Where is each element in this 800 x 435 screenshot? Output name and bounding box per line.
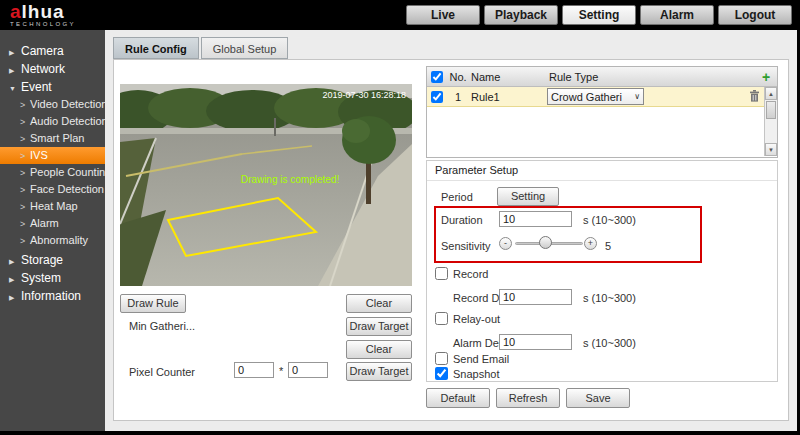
main-content: Rule Config Global Setup <box>105 30 797 431</box>
add-rule-icon[interactable]: + <box>755 69 777 85</box>
alarm-delay-input[interactable] <box>499 334 572 350</box>
rule-name: Rule1 <box>469 91 547 103</box>
topbar: alhua TECHNOLOGY Live Playback Setting A… <box>0 0 800 30</box>
rule-table: No. Name Rule Type + 1 Rule1 Crowd Gathe… <box>426 66 778 158</box>
group-divider <box>427 180 777 181</box>
video-timestamp: 2019-07-30 16:28:18 <box>322 90 406 100</box>
nav-setting[interactable]: Setting <box>562 5 636 25</box>
rule-config-panel: 2019-07-30 16:28:18 Drawing is completed… <box>113 59 789 421</box>
sub-arrow-icon: > <box>20 216 27 233</box>
sidebar-item-label: People Counting <box>30 166 111 178</box>
tab-rule-config[interactable]: Rule Config <box>113 37 199 59</box>
parameter-setup-group: Parameter Setup Period Setting Duration … <box>426 160 778 382</box>
brand-text: alhua <box>10 2 76 21</box>
column-name: Name <box>469 71 547 83</box>
scroll-down-icon[interactable]: ▼ <box>765 143 777 156</box>
column-rule-type: Rule Type <box>547 71 755 83</box>
sidebar-item-storage[interactable]: ▶Storage <box>0 251 105 269</box>
draw-target-button[interactable]: Draw Target <box>346 317 412 336</box>
sidebar-item-label: Face Detection <box>30 183 104 195</box>
snapshot-label: Snapshot <box>453 368 499 380</box>
alarm-delay-unit: s (10~300) <box>583 337 636 349</box>
refresh-button[interactable]: Refresh <box>496 388 560 408</box>
sub-arrow-icon: > <box>20 233 27 250</box>
duration-unit: s (10~300) <box>583 214 636 226</box>
sub-arrow-icon: > <box>20 148 27 165</box>
send-email-label: Send Email <box>453 353 509 365</box>
sidebar-item-video-detection[interactable]: >Video Detection <box>0 96 105 113</box>
video-preview[interactable]: 2019-07-30 16:28:18 Drawing is completed… <box>120 84 412 286</box>
save-button[interactable]: Save <box>566 388 630 408</box>
rule-type-value: Crowd Gatheri <box>551 91 622 103</box>
sidebar-item-people-counting[interactable]: >People Counting <box>0 164 105 181</box>
duration-label: Duration <box>441 214 483 226</box>
sidebar-item-label: System <box>21 271 61 285</box>
sub-arrow-icon: > <box>20 131 27 148</box>
scrollbar-thumb[interactable] <box>766 101 776 119</box>
clear-target-button[interactable]: Clear <box>346 340 412 359</box>
sidebar-item-label: IVS <box>30 149 48 161</box>
send-email-checkbox[interactable] <box>435 352 448 365</box>
delete-rule-button[interactable] <box>744 90 764 104</box>
clear-rule-button[interactable]: Clear <box>346 294 412 313</box>
duration-input[interactable] <box>499 211 572 227</box>
chevron-down-icon: ∨ <box>634 92 640 101</box>
draw-rule-button[interactable]: Draw Rule <box>120 294 186 313</box>
sidebar-item-smart-plan[interactable]: >Smart Plan <box>0 130 105 147</box>
record-label: Record <box>453 268 488 280</box>
sidebar-item-face-detection[interactable]: >Face Detection <box>0 181 105 198</box>
record-delay-unit: s (10~300) <box>583 292 636 304</box>
sidebar-item-network[interactable]: ▶Network <box>0 60 105 78</box>
scroll-up-icon[interactable]: ▲ <box>765 87 777 100</box>
pixel-counter-label: Pixel Counter <box>129 366 195 378</box>
snapshot-checkbox[interactable] <box>435 367 448 380</box>
record-checkbox[interactable] <box>435 267 448 280</box>
period-setting-button[interactable]: Setting <box>497 187 559 206</box>
relay-out-checkbox[interactable] <box>435 312 448 325</box>
rule-enable-checkbox[interactable] <box>431 91 443 103</box>
sidebar-item-label: Alarm <box>30 217 59 229</box>
table-scrollbar[interactable]: ▲ ▼ <box>764 87 777 156</box>
collapse-arrow-icon: ▼ <box>9 80 18 98</box>
nav-playback[interactable]: Playback <box>484 5 558 25</box>
nav-alarm[interactable]: Alarm <box>640 5 714 25</box>
nav-logout[interactable]: Logout <box>718 5 792 25</box>
default-button[interactable]: Default <box>426 388 490 408</box>
relay-out-label: Relay-out <box>453 313 500 325</box>
sidebar-item-camera[interactable]: ▶Camera <box>0 42 105 60</box>
pixel-width-input[interactable] <box>234 362 274 378</box>
period-label: Period <box>441 191 473 203</box>
group-title: Parameter Setup <box>435 164 518 176</box>
sidebar-item-abnormality[interactable]: >Abnormality <box>0 232 105 249</box>
pixel-height-input[interactable] <box>288 362 328 378</box>
trash-icon <box>749 90 760 102</box>
rule-no: 1 <box>447 91 469 103</box>
sidebar-item-alarm[interactable]: >Alarm <box>0 215 105 232</box>
sidebar-item-audio-detection[interactable]: >Audio Detection <box>0 113 105 130</box>
pixel-draw-target-button[interactable]: Draw Target <box>346 362 412 381</box>
tab-global-setup[interactable]: Global Setup <box>201 37 289 59</box>
top-nav: Live Playback Setting Alarm Logout <box>406 5 792 25</box>
slider-plus-button[interactable]: + <box>584 237 597 250</box>
content-tabs: Rule Config Global Setup <box>113 37 288 59</box>
sub-arrow-icon: > <box>20 182 27 199</box>
sidebar-item-ivs[interactable]: >IVS <box>0 147 105 164</box>
rule-type-select[interactable]: Crowd Gatheri ∨ <box>547 88 644 105</box>
column-no: No. <box>447 71 469 83</box>
sub-arrow-icon: > <box>20 114 27 131</box>
sidebar-item-label: Information <box>21 289 81 303</box>
select-all-checkbox[interactable] <box>431 71 443 83</box>
sidebar-item-label: Video Detection <box>30 98 107 110</box>
sidebar-item-event[interactable]: ▼Event <box>0 78 105 96</box>
sensitivity-slider-handle[interactable] <box>539 236 552 249</box>
brand-subtext: TECHNOLOGY <box>10 21 76 27</box>
sidebar-item-system[interactable]: ▶System <box>0 269 105 287</box>
sidebar-item-label: Smart Plan <box>30 132 84 144</box>
nav-live[interactable]: Live <box>406 5 480 25</box>
sidebar-item-heat-map[interactable]: >Heat Map <box>0 198 105 215</box>
record-delay-input[interactable] <box>499 289 572 305</box>
slider-minus-button[interactable]: - <box>499 237 512 250</box>
sidebar-item-information[interactable]: ▶Information <box>0 287 105 305</box>
table-row[interactable]: 1 Rule1 Crowd Gatheri ∨ <box>427 87 764 107</box>
sidebar-item-label: Network <box>21 62 65 76</box>
